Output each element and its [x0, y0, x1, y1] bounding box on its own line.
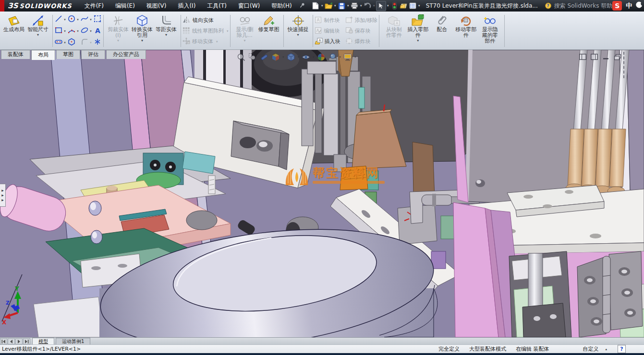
polygon-tool-icon[interactable] [67, 37, 76, 48]
split-pane-left-button[interactable] [579, 54, 586, 60]
mirror-entities-button[interactable]: 镜向实体 [182, 16, 229, 25]
open-button[interactable] [324, 1, 333, 11]
task-pane-edge[interactable] [623, 52, 624, 78]
zoom-to-area-icon[interactable] [248, 52, 257, 62]
slot-tool-icon[interactable] [54, 37, 63, 48]
open-dropdown-caret[interactable]: ▾ [333, 4, 337, 8]
view-orientation-icon[interactable] [271, 52, 280, 62]
view-settings-icon[interactable] [343, 52, 352, 62]
menu-edit[interactable]: 编辑(E) [109, 0, 141, 12]
offset-caret[interactable]: ▾ [165, 33, 167, 37]
sketch-picture-icon[interactable] [93, 14, 102, 25]
moon-icon[interactable] [636, 1, 643, 10]
status-custom-caret[interactable]: ▴ [605, 347, 607, 351]
status-help-button[interactable]: ? [618, 345, 626, 353]
zoom-to-fit-icon[interactable] [236, 52, 246, 62]
arc-caret[interactable]: ▾ [76, 29, 80, 33]
pin-menu-icon[interactable] [300, 2, 305, 10]
restore-window-button[interactable] [614, 54, 621, 60]
first-tab-button[interactable] [0, 338, 7, 344]
fillet-tool-icon[interactable] [80, 37, 89, 48]
tab-motion-study[interactable]: 运动算例1 [56, 338, 90, 344]
search-input[interactable]: 搜索 SolidWorks 帮助 [554, 2, 613, 10]
quick-snaps-button[interactable]: 快速捕捉 ▾ [286, 13, 310, 37]
3d-scene[interactable]: Y X Z [0, 50, 644, 337]
menu-window[interactable]: 窗口(W) [232, 0, 266, 12]
menu-help[interactable]: 帮助(H) [266, 0, 297, 12]
show-hidden-components-button[interactable]: 显示隐藏的零部件 [478, 13, 502, 44]
last-tab-button[interactable] [23, 338, 30, 344]
spline-caret[interactable]: ▾ [89, 18, 93, 22]
new-document-button[interactable] [311, 1, 320, 11]
insert-components-button[interactable]: 插入零部件 ▾ [406, 13, 430, 43]
task-list-button[interactable] [408, 1, 417, 11]
line-tool-icon[interactable] [54, 14, 63, 25]
display-style-caret[interactable]: ▾ [298, 55, 300, 59]
new-dropdown-caret[interactable]: ▾ [320, 4, 324, 8]
minimize-window-button[interactable] [602, 54, 609, 60]
rebuild-button[interactable] [390, 1, 399, 11]
save-button[interactable] [337, 1, 346, 11]
rectangle-caret[interactable]: ▾ [63, 29, 67, 33]
menu-view[interactable]: 视图(V) [141, 0, 172, 12]
section-view-icon[interactable] [259, 52, 269, 62]
offset-entities-button[interactable]: 等距实体 ▾ [154, 13, 178, 37]
ellipse-caret[interactable]: ▾ [89, 29, 93, 33]
tab-evaluate[interactable]: 评估 [81, 50, 105, 59]
tab-office-products[interactable]: 办公室产品 [106, 50, 146, 59]
spline-tool-icon[interactable] [80, 14, 89, 25]
menu-insert[interactable]: 插入(I) [172, 0, 201, 12]
view-orientation-caret[interactable]: ▾ [282, 55, 284, 59]
apply-scene-icon[interactable] [328, 52, 338, 62]
feature-tree-flyout-handle[interactable]: ▶ ▶ ▶ [0, 184, 6, 207]
arc-tool-icon[interactable] [67, 26, 76, 36]
previous-tab-button[interactable] [8, 338, 15, 344]
split-pane-right-button[interactable] [591, 54, 598, 60]
tab-layout[interactable]: 布局 [31, 50, 55, 60]
insert-components-caret[interactable]: ▾ [417, 38, 419, 43]
options-button[interactable] [399, 1, 408, 11]
save-dropdown-caret[interactable]: ▾ [346, 4, 350, 8]
menu-tools[interactable]: 工具(T) [201, 0, 232, 12]
line-caret[interactable]: ▾ [63, 18, 67, 22]
select-tool-button[interactable] [376, 1, 386, 11]
hide-show-caret[interactable]: ▾ [313, 55, 315, 59]
display-style-icon[interactable] [286, 52, 296, 62]
mate-button[interactable]: 配合 [430, 13, 454, 33]
hide-show-items-icon[interactable] [301, 52, 311, 62]
tab-assembly[interactable]: 装配体 [1, 50, 30, 59]
circle-tool-icon[interactable] [67, 14, 76, 25]
help-search[interactable]: ? 搜索 SolidWorks 帮助 [545, 2, 613, 10]
ellipse-tool-icon[interactable] [80, 26, 89, 36]
tab-sketch[interactable]: 草图 [56, 50, 80, 59]
quick-snaps-caret[interactable]: ▾ [297, 33, 299, 37]
create-layout-button[interactable]: 生成布局 [2, 13, 26, 33]
status-custom[interactable]: 自定义 [583, 345, 598, 353]
rectangle-tool-icon[interactable] [54, 26, 63, 36]
task-list-dropdown-caret[interactable]: ▾ [417, 4, 421, 8]
convert-caret[interactable]: ▾ [141, 38, 143, 43]
graphics-viewport[interactable]: Y X Z 装配体 布局 草图 评估 办公室产品 ▾ ▾ ▾ ▾ [0, 50, 644, 337]
undo-button[interactable] [363, 1, 372, 11]
next-tab-button[interactable] [15, 338, 23, 344]
convert-entities-button[interactable]: 转换实体引用 ▾ [130, 13, 154, 43]
edit-appearance-icon[interactable] [316, 52, 326, 62]
select-dropdown-caret[interactable]: ▾ [386, 4, 390, 8]
print-button[interactable] [350, 1, 359, 11]
menu-file[interactable]: 文件(F) [79, 0, 109, 12]
smart-dimension-button[interactable]: 智能尺寸 ▾ [26, 13, 50, 37]
view-settings-caret[interactable]: ▾ [354, 55, 356, 59]
sketch-text-icon[interactable]: A [93, 26, 102, 36]
move-component-button[interactable]: 移动零部件 [454, 13, 478, 38]
orange-gripper[interactable] [340, 166, 368, 190]
sogou-icon[interactable]: S [612, 1, 622, 11]
slot-caret[interactable]: ▾ [63, 41, 67, 45]
apply-scene-caret[interactable]: ▾ [340, 55, 341, 59]
repair-sketch-button[interactable]: 修复草图 [257, 13, 281, 33]
hinge[interactable] [577, 251, 643, 337]
insert-block-button[interactable]: A 插入块 [315, 37, 340, 46]
tab-model[interactable]: 模型 [32, 338, 54, 344]
circle-caret[interactable]: ▾ [76, 18, 80, 22]
print-dropdown-caret[interactable]: ▾ [359, 4, 363, 8]
smart-dimension-caret[interactable]: ▾ [37, 33, 39, 37]
